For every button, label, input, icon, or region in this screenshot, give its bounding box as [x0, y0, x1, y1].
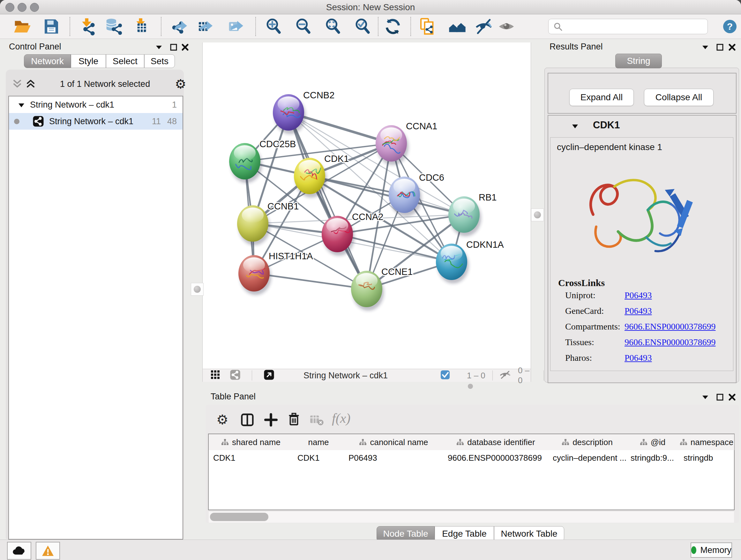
table-cell[interactable]: stringdb — [679, 450, 734, 465]
crosslink-link[interactable]: P06493 — [624, 353, 652, 363]
import-table-file-button[interactable] — [132, 17, 152, 37]
column-header-canonicalname[interactable]: canonical name — [344, 434, 444, 450]
control-panel-close-icon[interactable] — [179, 42, 192, 53]
expand-all-trees-icon[interactable] — [25, 78, 37, 91]
copy-network-button[interactable] — [418, 17, 437, 37]
help-button[interactable]: ? — [720, 17, 740, 37]
table-settings-gear-icon[interactable]: ⚙ — [216, 412, 228, 428]
grid-view-icon[interactable] — [210, 370, 220, 381]
export-network-button[interactable] — [171, 17, 190, 37]
show-all-button[interactable] — [496, 17, 516, 37]
tab-sets[interactable]: Sets — [144, 54, 175, 68]
show-columns-icon[interactable] — [240, 413, 255, 428]
memory-button[interactable]: Memory — [690, 543, 732, 558]
zoom-out-button[interactable] — [293, 17, 313, 37]
crosslink-link[interactable]: 9606.ENSP00000378699 — [624, 321, 716, 332]
crosslink-link[interactable]: P06493 — [624, 290, 652, 300]
control-panel-collapse-icon[interactable] — [152, 42, 165, 53]
selected-checkbox-icon[interactable] — [441, 370, 450, 381]
table-cell[interactable]: 9606.ENSP00000378699 — [443, 450, 548, 465]
node-CCNE1[interactable] — [351, 271, 384, 311]
crosslink-link[interactable]: 9606.ENSP00000378699 — [624, 337, 716, 348]
refresh-view-button[interactable] — [383, 17, 403, 37]
delete-table-icon[interactable] — [310, 415, 324, 427]
scrollbar-thumb[interactable] — [210, 513, 268, 521]
column-header-sharedname[interactable]: shared name — [209, 434, 293, 450]
table-cell[interactable]: P06493 — [344, 450, 443, 465]
left-splitter-grip[interactable] — [191, 283, 204, 296]
table-horizontal-scrollbar[interactable] — [209, 511, 734, 523]
collapse-all-trees-icon[interactable] — [11, 78, 23, 91]
results-panel-float-icon[interactable] — [714, 42, 726, 53]
protein-structure-image — [568, 157, 715, 285]
tab-string[interactable]: String — [615, 54, 662, 68]
add-column-icon[interactable] — [264, 413, 278, 428]
table-cell[interactable]: CDK1 — [209, 450, 293, 465]
share-view-icon[interactable] — [230, 369, 241, 381]
node-CCNB2[interactable] — [273, 94, 306, 134]
column-header-namespace[interactable]: namespace — [679, 434, 734, 450]
collapse-all-button[interactable]: Collapse All — [644, 89, 714, 106]
column-header-name[interactable]: name — [293, 434, 344, 450]
delete-column-trash-icon[interactable] — [286, 412, 301, 428]
node-CCNA2[interactable] — [322, 216, 354, 256]
import-network-file-button[interactable] — [78, 17, 98, 37]
node-CCNB1[interactable] — [237, 205, 270, 245]
export-table-button[interactable] — [196, 17, 216, 37]
hide-selected-button[interactable] — [474, 17, 494, 37]
tab-network[interactable]: Network — [24, 54, 71, 68]
node-CDC6[interactable] — [389, 177, 421, 216]
node-HIST1H1A[interactable] — [239, 255, 271, 295]
tree-expand-icon[interactable] — [18, 102, 25, 109]
column-header-description[interactable]: description — [548, 434, 626, 450]
table-cell[interactable]: cyclin–dependent ... — [548, 450, 626, 465]
network-view-canvas[interactable]: CCNB2CCNA1CDC25BCDK1CDC6RB1CCNB1CCNA2CDK… — [202, 43, 531, 369]
home-layout-button[interactable] — [448, 17, 467, 37]
function-builder-icon[interactable]: f(x) — [332, 411, 350, 426]
column-header-id[interactable]: @id — [626, 434, 679, 450]
tab-style[interactable]: Style — [71, 54, 106, 68]
control-panel-float-icon[interactable] — [167, 42, 180, 53]
main-toolbar: ? — [0, 14, 741, 39]
table-cell[interactable]: CDK1 — [293, 450, 344, 465]
export-image-button[interactable] — [226, 17, 246, 37]
right-splitter-grip[interactable] — [531, 208, 544, 221]
table-panel-collapse-icon[interactable] — [699, 392, 712, 402]
results-panel-collapse-icon[interactable] — [699, 42, 712, 53]
network-options-gear-icon[interactable]: ⚙ — [175, 77, 186, 91]
table-panel-float-icon[interactable] — [714, 392, 726, 402]
search-input[interactable] — [548, 19, 708, 34]
tab-edge-table[interactable]: Edge Table — [434, 526, 494, 542]
edge-CCNB2-CCNE1[interactable] — [288, 112, 367, 289]
column-header-databaseidentifier[interactable]: database identifier — [443, 434, 549, 450]
import-network-database-button[interactable] — [104, 17, 124, 37]
tab-node-table[interactable]: Node Table — [377, 526, 434, 542]
zoom-fit-content-button[interactable] — [323, 17, 343, 37]
zoom-selected-button[interactable] — [353, 17, 373, 37]
node-CDKN1A[interactable] — [436, 244, 469, 284]
table-cell[interactable]: stringdb:9... — [626, 450, 679, 465]
node-CDK1[interactable] — [294, 158, 327, 198]
network-collection-row[interactable]: String Network – cdk1 1 — [9, 97, 183, 113]
horizontal-splitter-grip[interactable] — [468, 384, 473, 389]
tab-select[interactable]: Select — [106, 54, 144, 68]
cloud-button[interactable] — [7, 542, 31, 560]
entry-collapse-icon[interactable] — [571, 123, 579, 130]
node-CCNA1[interactable] — [376, 125, 408, 165]
hidden-eye-icon[interactable] — [499, 370, 511, 381]
node-CDC25B[interactable] — [229, 143, 262, 183]
zoom-out-icon — [294, 17, 313, 36]
table-panel-close-icon[interactable] — [726, 392, 738, 402]
network-row-selected[interactable]: String Network – cdk1 11 48 — [9, 113, 183, 130]
node-RB1[interactable] — [448, 196, 481, 236]
expand-all-button[interactable]: Expand All — [569, 89, 634, 106]
results-panel-close-icon[interactable] — [726, 42, 738, 53]
warning-button[interactable] — [36, 542, 60, 560]
string-network-graph[interactable]: CCNB2CCNA1CDC25BCDK1CDC6RB1CCNB1CCNA2CDK… — [203, 43, 531, 369]
zoom-in-button[interactable] — [264, 17, 284, 37]
save-session-button[interactable] — [42, 17, 61, 37]
open-session-button[interactable] — [12, 17, 32, 37]
crosslink-link[interactable]: P06493 — [624, 306, 652, 316]
birdseye-toggle-icon[interactable] — [264, 369, 274, 381]
tab-network-table[interactable]: Network Table — [494, 526, 564, 542]
